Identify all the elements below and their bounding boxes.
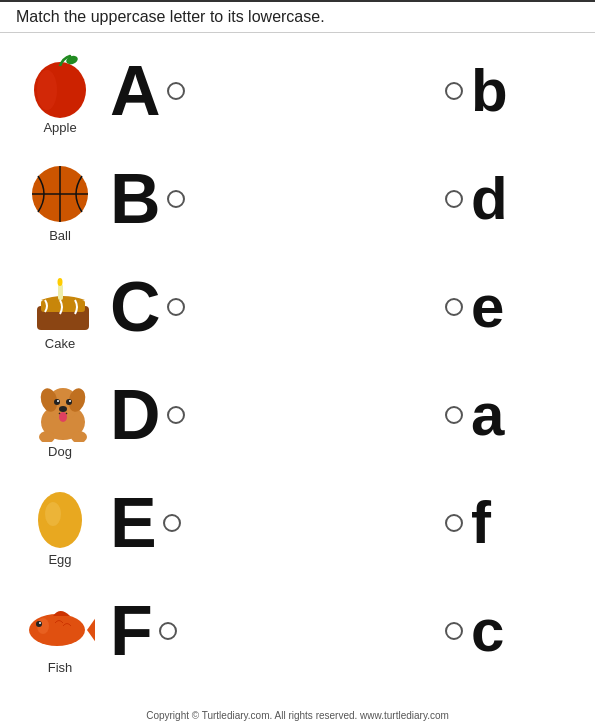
- cake-label: Cake: [45, 336, 75, 351]
- image-col-dog: Dog: [10, 372, 110, 459]
- lower-letter-fish: c: [471, 601, 504, 661]
- apple-label: Apple: [43, 120, 76, 135]
- radio-right-egg[interactable]: [445, 514, 463, 532]
- radio-right-ball[interactable]: [445, 190, 463, 208]
- upper-col-dog: D: [110, 380, 230, 450]
- cake-icon: [25, 264, 95, 334]
- upper-letter-ball: B: [110, 164, 161, 234]
- fish-label: Fish: [48, 660, 73, 675]
- row-dog: DogDa: [10, 361, 585, 469]
- upper-letter-dog: D: [110, 380, 161, 450]
- worksheet-page: Match the uppercase letter to its lowerc…: [0, 0, 595, 725]
- row-fish: FishFc: [10, 577, 585, 685]
- radio-left-fish[interactable]: [159, 622, 177, 640]
- content-area: AppleAbBallBdCakeCeDogDaEggEfFishFc: [0, 37, 595, 685]
- lower-letter-egg: f: [471, 493, 491, 553]
- upper-col-egg: E: [110, 488, 230, 558]
- image-col-apple: Apple: [10, 48, 110, 135]
- upper-col-fish: F: [110, 596, 230, 666]
- upper-col-cake: C: [110, 272, 230, 342]
- ball-label: Ball: [49, 228, 71, 243]
- right-col-egg: f: [445, 493, 585, 553]
- radio-right-dog[interactable]: [445, 406, 463, 424]
- upper-col-ball: B: [110, 164, 230, 234]
- row-ball: BallBd: [10, 145, 585, 253]
- lower-letter-apple: b: [471, 61, 508, 121]
- upper-letter-apple: A: [110, 56, 161, 126]
- dog-label: Dog: [48, 444, 72, 459]
- title-bar: Match the uppercase letter to its lowerc…: [0, 0, 595, 33]
- upper-letter-fish: F: [110, 596, 153, 666]
- lower-letter-cake: e: [471, 277, 504, 337]
- radio-left-cake[interactable]: [167, 298, 185, 316]
- right-col-cake: e: [445, 277, 585, 337]
- radio-left-ball[interactable]: [167, 190, 185, 208]
- row-egg: EggEf: [10, 469, 585, 577]
- row-cake: CakeCe: [10, 253, 585, 361]
- radio-left-dog[interactable]: [167, 406, 185, 424]
- footer-text: Copyright © Turtlediary.com. All rights …: [0, 710, 595, 721]
- ball-icon: [25, 156, 95, 226]
- egg-label: Egg: [48, 552, 71, 567]
- right-col-dog: a: [445, 385, 585, 445]
- lower-letter-dog: a: [471, 385, 504, 445]
- page-title: Match the uppercase letter to its lowerc…: [16, 8, 325, 25]
- lower-letter-ball: d: [471, 169, 508, 229]
- right-col-ball: d: [445, 169, 585, 229]
- image-col-cake: Cake: [10, 264, 110, 351]
- row-apple: AppleAb: [10, 37, 585, 145]
- radio-right-cake[interactable]: [445, 298, 463, 316]
- apple-icon: [25, 48, 95, 118]
- image-col-ball: Ball: [10, 156, 110, 243]
- radio-right-fish[interactable]: [445, 622, 463, 640]
- radio-left-egg[interactable]: [163, 514, 181, 532]
- image-col-egg: Egg: [10, 480, 110, 567]
- right-col-apple: b: [445, 61, 585, 121]
- upper-letter-egg: E: [110, 488, 157, 558]
- upper-col-apple: A: [110, 56, 230, 126]
- right-col-fish: c: [445, 601, 585, 661]
- radio-right-apple[interactable]: [445, 82, 463, 100]
- image-col-fish: Fish: [10, 588, 110, 675]
- fish-icon: [25, 588, 95, 658]
- egg-icon: [25, 480, 95, 550]
- dog-icon: [25, 372, 95, 442]
- radio-left-apple[interactable]: [167, 82, 185, 100]
- upper-letter-cake: C: [110, 272, 161, 342]
